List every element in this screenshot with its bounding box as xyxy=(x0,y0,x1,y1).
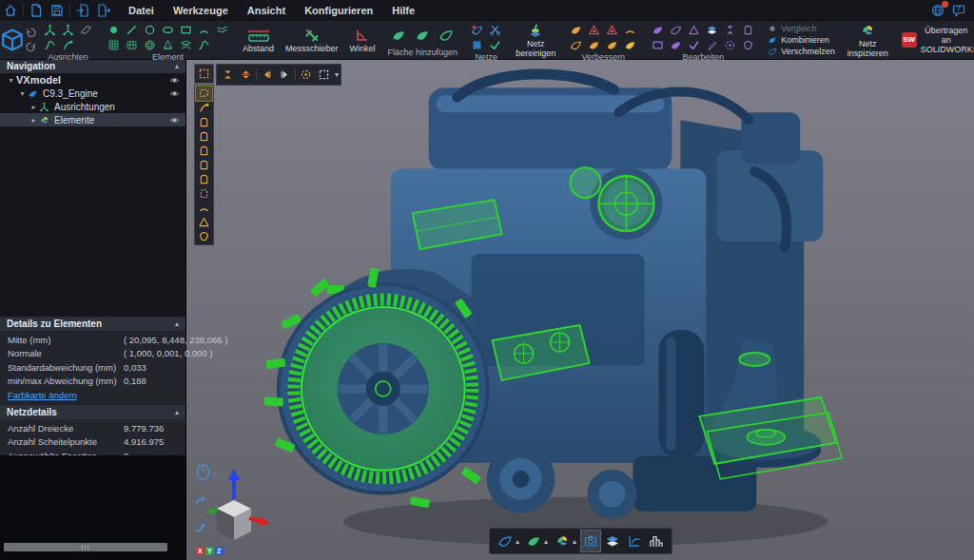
edit-lasso-button[interactable] xyxy=(722,38,738,52)
edit-patch-button[interactable] xyxy=(650,23,666,37)
verschmelzen-button[interactable]: Verschmelzen xyxy=(768,47,835,56)
home-button[interactable] xyxy=(0,2,21,19)
select-visible-button[interactable] xyxy=(315,67,333,83)
collapse-chevron-icon[interactable]: ▴ xyxy=(175,408,179,416)
element-rectangle-button[interactable] xyxy=(178,23,194,37)
vergleich-button[interactable]: Vergleich xyxy=(768,24,835,33)
collapse-chevron-icon[interactable]: ▴ xyxy=(175,319,179,328)
rotate-cw-icon[interactable] xyxy=(196,496,205,505)
mesh-details-panel-header[interactable]: Netzdetails ▴ xyxy=(0,405,185,419)
edit-surface-button[interactable] xyxy=(668,38,684,52)
element-spline-button[interactable] xyxy=(196,38,212,52)
expand-chevron-icon[interactable]: ▾ xyxy=(6,76,16,85)
improve-defect-button[interactable] xyxy=(586,23,602,37)
surface-add-button[interactable] xyxy=(412,29,433,43)
surface-display-button[interactable]: ▴ xyxy=(524,531,550,551)
dashed-dome-select-button[interactable] xyxy=(196,186,212,201)
dome-select-4-button[interactable] xyxy=(196,158,212,172)
highlighted-circle-element-small[interactable] xyxy=(571,167,601,198)
web-updates-button[interactable] xyxy=(930,3,945,18)
camera-view-button[interactable] xyxy=(581,531,600,551)
winkel-button[interactable]: Winkel xyxy=(344,21,381,59)
edit-blob-button[interactable] xyxy=(740,38,756,52)
align-pick-button[interactable] xyxy=(60,38,76,52)
improve-hole-button[interactable] xyxy=(586,38,602,52)
align-target-button[interactable] xyxy=(60,23,76,37)
element-ellipse-button[interactable] xyxy=(160,23,176,37)
dome-select-5-button[interactable] xyxy=(196,172,212,186)
visibility-eye-icon[interactable] xyxy=(168,115,181,126)
mesh-display-button[interactable]: ▴ xyxy=(496,531,521,551)
highlighted-cylinder-band[interactable] xyxy=(739,353,769,366)
horizontal-scrollbar[interactable] xyxy=(4,543,167,551)
align-lines-button[interactable] xyxy=(42,38,58,52)
edit-pencil-button[interactable] xyxy=(704,38,720,52)
caret-icon[interactable]: ▴ xyxy=(573,537,576,546)
freeform-select-button[interactable] xyxy=(196,229,212,243)
align-plane-button[interactable] xyxy=(78,23,94,37)
orientation-cube-widget[interactable]: ? X Y Z xyxy=(188,459,270,558)
netz-bereinigen-button[interactable]: Netz bereinigen xyxy=(510,21,561,59)
select-through-button[interactable] xyxy=(297,67,315,83)
menu-ansicht[interactable]: Ansicht xyxy=(239,0,294,21)
caret-icon[interactable]: ▴ xyxy=(544,537,548,546)
selection-toolbar-caret[interactable]: ▾ xyxy=(335,70,339,79)
clipping-plane-button[interactable] xyxy=(603,531,622,551)
edit-align-button[interactable] xyxy=(722,23,738,37)
collapsed-chevron-icon[interactable]: ▸ xyxy=(29,103,39,111)
vxmodel-module-button[interactable] xyxy=(0,21,25,59)
element-line-button[interactable] xyxy=(124,23,140,37)
arc-select-button[interactable] xyxy=(196,201,212,215)
edit-check-button[interactable] xyxy=(686,38,702,52)
cross-section-button[interactable] xyxy=(625,531,644,551)
surface-add-star-button[interactable] xyxy=(388,29,409,43)
import-button[interactable] xyxy=(72,2,93,19)
tree-item-vxmodel[interactable]: ▾ VXmodel xyxy=(0,73,185,87)
tree-item-elemente[interactable]: ▸ Elemente xyxy=(0,113,185,126)
engine-3d-model[interactable] xyxy=(186,59,974,560)
new-document-button[interactable] xyxy=(26,2,47,19)
mesh-check-button[interactable] xyxy=(487,38,503,52)
improve-curve-button[interactable] xyxy=(622,23,638,37)
element-sphere-button[interactable] xyxy=(142,38,158,52)
improve-spikes-button[interactable] xyxy=(604,23,620,37)
uebertragen-solidworks-button[interactable]: SW Übertragen an SOLIDWORKS ▾ xyxy=(896,21,974,59)
change-colormap-link[interactable]: Farbkarte ändern xyxy=(0,388,185,403)
menu-hilfe[interactable]: Hilfe xyxy=(383,0,423,21)
align-axis-button[interactable] xyxy=(42,23,58,37)
rotate-right-button[interactable] xyxy=(276,67,294,83)
details-panel-header[interactable]: Details zu Elementen ▴ xyxy=(0,317,185,331)
surface-fit-button[interactable] xyxy=(436,29,457,43)
orientation-cube[interactable] xyxy=(217,500,251,540)
kombinieren-button[interactable]: Kombinieren xyxy=(768,35,835,45)
mesh-square-button[interactable] xyxy=(469,38,485,52)
brush-select-button[interactable] xyxy=(196,101,212,115)
collapsed-chevron-icon[interactable]: ▸ xyxy=(29,116,39,125)
collapse-chevron-icon[interactable]: ▴ xyxy=(175,62,179,70)
export-button[interactable] xyxy=(93,2,114,19)
elements-display-button[interactable]: ▴ xyxy=(553,531,578,551)
caret-icon[interactable]: ▴ xyxy=(516,537,519,546)
visibility-eye-icon[interactable] xyxy=(168,88,181,99)
dome-select-3-button[interactable] xyxy=(196,144,212,158)
selection-mode-button[interactable] xyxy=(194,64,214,84)
edit-mirror-button[interactable] xyxy=(704,23,720,37)
expand-selection-button[interactable] xyxy=(237,67,255,83)
improve-boundary-button[interactable] xyxy=(568,38,584,52)
undo-icon[interactable] xyxy=(25,27,37,39)
rotate-ccw-icon[interactable] xyxy=(196,523,205,531)
mesh-sample-button[interactable] xyxy=(469,23,485,37)
redo-icon[interactable] xyxy=(25,41,37,53)
element-freeform-button[interactable] xyxy=(214,23,230,37)
dome-select-1-button[interactable] xyxy=(196,115,212,129)
edit-patch2-button[interactable] xyxy=(668,23,684,37)
element-cone-button[interactable] xyxy=(160,38,176,52)
element-grid-button[interactable] xyxy=(106,38,122,52)
element-cylinder-button[interactable] xyxy=(124,38,140,52)
dome-select-2-button[interactable] xyxy=(196,129,212,144)
element-arc-button[interactable] xyxy=(196,23,212,37)
element-point-button[interactable] xyxy=(106,23,122,37)
menu-konfigurieren[interactable]: Konfigurieren xyxy=(296,0,381,21)
edit-dome-button[interactable] xyxy=(740,23,756,37)
abstand-button[interactable]: Abstand xyxy=(237,21,280,59)
